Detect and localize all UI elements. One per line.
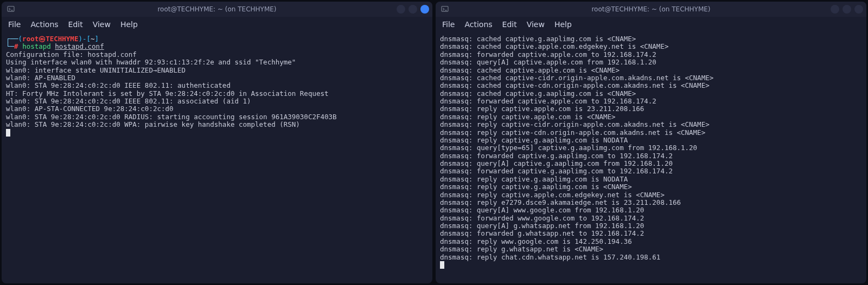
output-line: dnsmasq: cached captive-cidr.origin-appl… bbox=[440, 74, 713, 82]
minimize-button[interactable] bbox=[397, 5, 405, 14]
output-line: wlan0: STA 9e:28:24:c0:2c:d0 IEEE 802.11… bbox=[6, 81, 231, 89]
window-controls bbox=[397, 5, 429, 14]
terminal-output[interactable]: dnsmasq: cached captive.g.aaplimg.com is… bbox=[436, 32, 866, 283]
output-line: dnsmasq: reply captive-cidr.origin-apple… bbox=[440, 120, 710, 128]
output-line: dnsmasq: cached captive.g.aaplimg.com is… bbox=[440, 89, 636, 98]
output-line: dnsmasq: query[A] g.whatsapp.net from 19… bbox=[440, 222, 644, 230]
output-line: wlan0: STA 9e:28:24:c0:2c:d0 IEEE 802.11… bbox=[6, 97, 251, 105]
titlebar[interactable]: root@TECHHYME: ~ (on TECHHYME) bbox=[436, 2, 866, 17]
output-line: dnsmasq: forwarded www.google.com to 192… bbox=[440, 214, 644, 222]
output-line: dnsmasq: reply captive.g.aaplimg.com is … bbox=[440, 183, 632, 191]
svg-rect-0 bbox=[8, 7, 14, 11]
output-line: wlan0: AP-STA-CONNECTED 9e:28:24:c0:2c:d… bbox=[6, 105, 174, 113]
close-button[interactable] bbox=[854, 5, 863, 14]
output-line: wlan0: STA 9e:28:24:c0:2c:d0 WPA: pairwi… bbox=[6, 120, 300, 128]
cursor bbox=[440, 261, 444, 269]
menu-file[interactable]: File bbox=[442, 20, 455, 29]
output-line: dnsmasq: query[type=65] captive.g.aaplim… bbox=[440, 144, 697, 152]
output-line: dnsmasq: reply captive.apple.com.edgekey… bbox=[440, 191, 665, 199]
output-line: dnsmasq: forwarded captive.apple.com to … bbox=[440, 97, 656, 105]
menu-help[interactable]: Help bbox=[120, 20, 138, 29]
output-line: dnsmasq: reply captive-cdn.origin-apple.… bbox=[440, 128, 705, 137]
terminal-output[interactable]: ┌──(root㉿TECHHYME)-[~] └─# hostapd hosta… bbox=[2, 32, 432, 283]
window-title: root@TECHHYME: ~ (on TECHHYME) bbox=[157, 5, 276, 13]
output-line: dnsmasq: reply www.google.com is 142.250… bbox=[440, 237, 632, 245]
output-line: wlan0: STA 9e:28:24:c0:2c:d0 RADIUS: sta… bbox=[6, 113, 337, 121]
close-button[interactable] bbox=[420, 5, 429, 14]
terminal-window-right: root@TECHHYME: ~ (on TECHHYME) File Acti… bbox=[436, 2, 866, 283]
maximize-button[interactable] bbox=[409, 5, 417, 14]
output-line: dnsmasq: query[A] www.google.com from 19… bbox=[440, 206, 644, 214]
menu-help[interactable]: Help bbox=[554, 20, 572, 29]
app-icon bbox=[6, 4, 16, 14]
cursor bbox=[6, 129, 10, 137]
menu-view[interactable]: View bbox=[527, 20, 545, 29]
output-line: Using interface wlan0 with hwaddr 92:93:… bbox=[6, 58, 296, 66]
output-line: dnsmasq: reply g.whatsapp.net is <CNAME> bbox=[440, 245, 603, 253]
output-line: dnsmasq: reply captive.apple.com is 23.2… bbox=[440, 105, 644, 113]
menu-edit[interactable]: Edit bbox=[68, 20, 83, 29]
svg-rect-1 bbox=[442, 7, 448, 11]
output-line: dnsmasq: query[A] captive.apple.com from… bbox=[440, 58, 656, 66]
output-line: dnsmasq: cached captive.apple.com.edgeke… bbox=[440, 42, 668, 50]
prompt-line-2: └─# hostapd hostapd.conf bbox=[6, 42, 104, 50]
output-line: HT: Forty MHz Intolerant is set by STA 9… bbox=[6, 89, 329, 98]
terminal-window-left: root@TECHHYME: ~ (on TECHHYME) File Acti… bbox=[2, 2, 432, 283]
output-line: dnsmasq: query[A] captive.g.aaplimg.com … bbox=[440, 159, 673, 167]
output-line: dnsmasq: forwarded captive.g.aaplimg.com… bbox=[440, 167, 673, 175]
maximize-button[interactable] bbox=[843, 5, 851, 14]
minimize-button[interactable] bbox=[831, 5, 839, 14]
titlebar[interactable]: root@TECHHYME: ~ (on TECHHYME) bbox=[2, 2, 432, 17]
output-line: dnsmasq: reply e7279.dsce9.akamaiedge.ne… bbox=[440, 198, 681, 206]
output-line: dnsmasq: cached captive.g.aaplimg.com is… bbox=[440, 35, 636, 43]
window-controls bbox=[831, 5, 863, 14]
output-line: dnsmasq: reply chat.cdn.whatsapp.net is … bbox=[440, 253, 660, 261]
menu-edit[interactable]: Edit bbox=[502, 20, 517, 29]
menubar: File Actions Edit View Help bbox=[436, 17, 866, 32]
menu-actions[interactable]: Actions bbox=[464, 20, 492, 29]
output-line: wlan0: interface state UNINITIALIZED→ENA… bbox=[6, 66, 186, 74]
output-line: dnsmasq: reply captive.g.aaplimg.com is … bbox=[440, 136, 628, 144]
output-line: dnsmasq: forwarded captive.g.aaplimg.com… bbox=[440, 152, 673, 160]
output-line: wlan0: AP-ENABLED bbox=[6, 74, 75, 82]
output-line: dnsmasq: cached captive-cdn.origin-apple… bbox=[440, 81, 710, 89]
app-icon bbox=[440, 4, 450, 14]
window-title: root@TECHHYME: ~ (on TECHHYME) bbox=[591, 5, 710, 13]
output-line: dnsmasq: reply captive.apple.com is <CNA… bbox=[440, 113, 616, 121]
output-line: dnsmasq: cached captive.apple.com is <CN… bbox=[440, 66, 620, 74]
output-line: Configuration file: hostapd.conf bbox=[6, 50, 137, 59]
output-line: dnsmasq: forwarded g.whatsapp.net to 192… bbox=[440, 229, 644, 237]
menu-view[interactable]: View bbox=[93, 20, 111, 29]
prompt-line-1: ┌──(root㉿TECHHYME)-[~] bbox=[6, 35, 99, 43]
menu-actions[interactable]: Actions bbox=[30, 20, 58, 29]
menubar: File Actions Edit View Help bbox=[2, 17, 432, 32]
output-line: dnsmasq: reply captive.g.aaplimg.com is … bbox=[440, 175, 628, 183]
output-line: dnsmasq: forwarded captive.apple.com to … bbox=[440, 50, 656, 59]
menu-file[interactable]: File bbox=[8, 20, 21, 29]
